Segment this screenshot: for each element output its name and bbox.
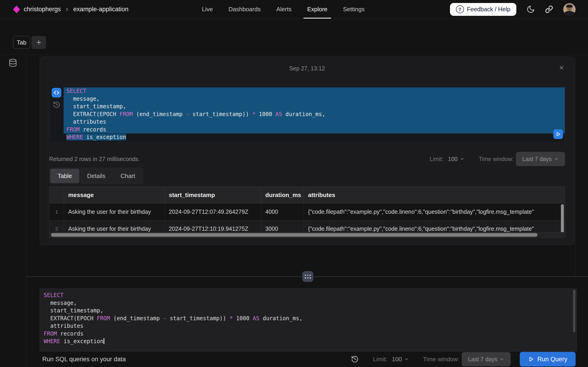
time-window-label: Time window: bbox=[423, 356, 459, 363]
limit-value: 100 bbox=[392, 356, 402, 363]
code-snippet-button[interactable] bbox=[52, 88, 61, 98]
grip-dots-icon bbox=[305, 275, 311, 278]
sql-token: FROM bbox=[97, 315, 110, 322]
time-window-dropdown[interactable]: Last 7 days bbox=[462, 352, 511, 366]
nav-item-dashboards[interactable]: Dashboards bbox=[221, 0, 268, 19]
view-tab-details[interactable]: Details bbox=[80, 169, 112, 183]
sql-token: records bbox=[80, 126, 106, 133]
query-result-card: Sep 27, 13:12 SELECT message, start_time… bbox=[40, 57, 574, 245]
view-tab-table[interactable]: Table bbox=[50, 169, 79, 183]
cell-duration_ms: 4000 bbox=[261, 203, 304, 220]
user-avatar[interactable] bbox=[563, 3, 576, 16]
sidebar-divider bbox=[26, 55, 26, 367]
breadcrumb-project[interactable]: example-application bbox=[73, 6, 128, 13]
sql-token: (end_timestamp bbox=[133, 111, 186, 117]
sql-line: SELECT bbox=[64, 87, 565, 95]
top-nav: christophergs example-application LiveDa… bbox=[0, 0, 588, 19]
sql-token: duration_ms, bbox=[259, 315, 303, 322]
limit-dropdown[interactable]: 100 bbox=[448, 156, 465, 162]
result-view-tabs: TableDetailsChart bbox=[49, 168, 144, 184]
table-horizontal-scrollbar[interactable] bbox=[51, 233, 537, 237]
footer-bar: Run SQL queries on your data Limit: 100 … bbox=[0, 351, 588, 367]
pane-splitter-handle[interactable] bbox=[302, 271, 313, 282]
table-row[interactable]: 1Asking the user for their birthday2024-… bbox=[49, 203, 565, 220]
avatar-figure-body bbox=[564, 11, 575, 16]
play-icon bbox=[528, 356, 534, 362]
sql-line: EXTRACT(EPOCH FROM (end_timestamp - star… bbox=[64, 110, 565, 118]
main-nav: LiveDashboardsAlertsExploreSettings bbox=[194, 0, 372, 19]
sql-token: SELECT bbox=[66, 88, 86, 94]
time-window-dropdown[interactable]: Last 7 days bbox=[516, 152, 565, 166]
sql-token: message, bbox=[66, 96, 100, 102]
footer-controls: Limit: 100 Time window: Last 7 days Run … bbox=[351, 352, 576, 367]
row-number-cell: 1 bbox=[49, 203, 64, 220]
dark-mode-moon-icon[interactable] bbox=[527, 5, 535, 14]
sql-editor[interactable]: SELECT message, start_timestamp, EXTRACT… bbox=[40, 289, 577, 351]
query-history-icon[interactable] bbox=[351, 355, 359, 363]
sql-line: FROM records bbox=[44, 330, 577, 338]
query-history-icon[interactable] bbox=[53, 101, 61, 108]
content-top-divider bbox=[0, 55, 588, 55]
sql-line: WHERE is_exception bbox=[64, 133, 565, 141]
results-table: messagestart_timestampduration_msattribu… bbox=[49, 186, 565, 238]
nav-item-label: Explore bbox=[307, 6, 327, 13]
sql-block-gutter bbox=[49, 86, 64, 142]
run-saved-query-button[interactable] bbox=[553, 129, 563, 139]
sql-token: attributes bbox=[66, 119, 106, 125]
editor-scrollbar[interactable] bbox=[573, 290, 575, 332]
sql-token: EXTRACT(EPOCH bbox=[66, 111, 120, 117]
breadcrumb-org[interactable]: christophergs bbox=[24, 6, 61, 13]
text-caret bbox=[104, 338, 104, 344]
nav-item-alerts[interactable]: Alerts bbox=[268, 0, 299, 19]
database-schema-icon[interactable] bbox=[9, 58, 17, 67]
sql-token: - bbox=[163, 315, 166, 322]
sql-token: WHERE bbox=[44, 338, 60, 344]
editor-sql-code: SELECT message, start_timestamp, EXTRACT… bbox=[44, 292, 577, 345]
result-status-row: Returned 2 rows in 27 milliseconds. Limi… bbox=[49, 151, 565, 167]
table-vertical-scrollbar[interactable] bbox=[561, 204, 564, 233]
time-window-label: Time window: bbox=[479, 156, 514, 162]
cell-attributes: {"code.filepath":"example.py","code.line… bbox=[304, 203, 565, 220]
pane-right-divider bbox=[575, 55, 575, 276]
sql-token: SELECT bbox=[44, 292, 64, 298]
share-link-icon[interactable] bbox=[545, 5, 553, 13]
result-controls: Limit: 100 Time window: Last 7 days bbox=[430, 152, 565, 166]
limit-dropdown[interactable]: 100 bbox=[392, 356, 409, 363]
limit-label: Limit: bbox=[430, 156, 443, 162]
sql-token: 1000 bbox=[256, 111, 276, 117]
sql-line: WHERE is_exception bbox=[44, 338, 577, 345]
nav-item-settings[interactable]: Settings bbox=[335, 0, 372, 19]
sql-selection-end: WHERE is_exception bbox=[66, 134, 126, 140]
sql-line: attributes bbox=[44, 322, 577, 330]
chevron-down-icon bbox=[554, 157, 559, 161]
chevron-right-icon bbox=[65, 7, 69, 12]
app-window: christophergs example-application LiveDa… bbox=[0, 0, 588, 367]
time-window-value: Last 7 days bbox=[522, 156, 552, 162]
row-number-header bbox=[49, 187, 64, 203]
view-tab-chart[interactable]: Chart bbox=[113, 169, 143, 183]
nav-item-live[interactable]: Live bbox=[194, 0, 221, 19]
footer-hint-text: Run SQL queries on your data bbox=[42, 356, 126, 363]
nav-item-label: Live bbox=[202, 6, 213, 13]
add-tab-button[interactable] bbox=[32, 36, 46, 49]
feedback-help-button[interactable]: ? Feedback / Help bbox=[450, 3, 516, 16]
run-query-label: Run Query bbox=[537, 356, 567, 363]
saved-sql-block: SELECT message, start_timestamp, EXTRACT… bbox=[49, 86, 565, 143]
sql-token: FROM bbox=[120, 111, 133, 117]
result-status-text: Returned 2 rows in 27 milliseconds. bbox=[49, 156, 140, 162]
logfire-logo-icon[interactable] bbox=[13, 6, 20, 13]
help-icon: ? bbox=[456, 5, 464, 13]
nav-item-explore[interactable]: Explore bbox=[299, 0, 335, 19]
chevron-down-icon bbox=[500, 357, 504, 361]
sql-token: * bbox=[252, 111, 255, 117]
nav-right-cluster: ? Feedback / Help bbox=[450, 0, 576, 19]
column-header-attributes: attributes bbox=[304, 187, 565, 203]
run-query-button[interactable]: Run Query bbox=[520, 352, 576, 367]
active-tab-underline bbox=[303, 18, 331, 19]
query-tab[interactable]: Tab bbox=[13, 36, 30, 49]
sql-token: is_exception bbox=[60, 338, 103, 344]
close-icon[interactable] bbox=[558, 64, 565, 71]
chevron-down-icon bbox=[404, 357, 409, 361]
column-header-start_timestamp: start_timestamp bbox=[165, 187, 261, 203]
nav-item-label: Settings bbox=[343, 6, 365, 13]
